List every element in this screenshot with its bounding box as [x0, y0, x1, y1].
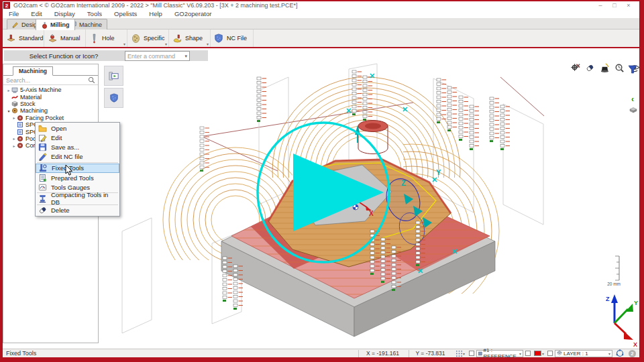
filter-funnel-icon[interactable]	[628, 65, 637, 77]
status-message: Fixed Tools	[3, 350, 36, 357]
tree-search-row: Search...	[3, 76, 98, 85]
svg-text:Z: Z	[606, 296, 610, 302]
panel-tab-machining[interactable]: Machining	[13, 66, 53, 76]
simulation-window-icon	[108, 70, 119, 82]
reference-combobox[interactable]: #1 : REFERENCE ▾	[476, 350, 523, 357]
simulation-panel-button[interactable]	[104, 66, 123, 86]
menu-item-edit[interactable]: Edit	[36, 133, 119, 142]
collapse-icon[interactable]: ▾	[6, 109, 11, 113]
manual-machining-icon	[48, 34, 58, 44]
chevron-down-icon: ▾	[463, 351, 465, 356]
spot-drill-icon	[17, 121, 23, 128]
ribbon-manual-button[interactable]: Manual	[44, 29, 86, 47]
search-icon[interactable]	[88, 76, 95, 84]
layer-checkbox[interactable]	[547, 351, 553, 356]
command-combobox[interactable]: Enter a command ▾	[125, 51, 190, 61]
pocket-operation-icon	[17, 135, 23, 142]
milling-cutter-icon	[41, 21, 48, 29]
window-border-right	[639, 0, 644, 362]
viewport-3d-scene[interactable]: Z Y Z Y X 20 mm Z Y	[98, 62, 639, 350]
command-placeholder: Enter a command	[127, 53, 175, 60]
menu-item-open[interactable]: Open	[36, 123, 119, 133]
machining-icon	[11, 107, 18, 114]
chevron-down-icon[interactable]: ▾	[165, 42, 167, 46]
expand-icon[interactable]: ▸	[11, 115, 17, 120]
menu-help[interactable]: Help	[143, 10, 168, 17]
menu-item-fixed-tools[interactable]: Fixed Tools	[36, 164, 119, 173]
assistant-button[interactable]: 2	[628, 350, 637, 357]
chevron-down-icon[interactable]: ▾	[123, 42, 125, 46]
minimize-button[interactable]: –	[596, 2, 604, 9]
ribbon-hole-button[interactable]: Hole ▾	[86, 29, 127, 47]
menu-opelists[interactable]: Opelists	[108, 10, 143, 17]
fixed-tools-icon	[39, 164, 48, 172]
grid-toggle-button[interactable]: ▾	[453, 350, 467, 357]
design-pencil-icon	[12, 21, 19, 28]
collapse-panel-icon[interactable]: ‹	[631, 95, 634, 104]
color-picker-button[interactable]: ▾	[533, 351, 545, 356]
ribbon-standard-button[interactable]: Standard	[3, 29, 44, 47]
menu-file[interactable]: File	[3, 10, 25, 17]
menu-tools[interactable]: Tools	[81, 10, 108, 17]
standard-machining-icon	[6, 34, 16, 44]
ribbon-nc-file-button[interactable]: NC File	[211, 29, 254, 47]
svg-text:Y: Y	[436, 168, 441, 176]
tree-item-facing-pocket[interactable]: ▸ Facing Pocket	[3, 115, 98, 121]
expand-icon[interactable]: ▸	[11, 136, 17, 141]
menu-item-tools-gauges[interactable]: Tools Gauges	[36, 182, 119, 192]
reference-checkbox[interactable]	[469, 351, 474, 356]
menu-edit[interactable]: Edit	[25, 10, 48, 17]
menu-go2operator[interactable]: GO2operator	[168, 10, 217, 17]
view-manager-button[interactable]	[614, 349, 626, 358]
color-checkbox[interactable]	[525, 351, 531, 356]
menu-item-edit-nc-file[interactable]: Edit NC file	[36, 152, 119, 162]
stock-view-icon[interactable]	[629, 104, 637, 116]
tree-item-5-axis-machine[interactable]: ▸ 5-Axis Machine	[3, 86, 98, 93]
tree-item-machining[interactable]: ▾ Machining	[3, 107, 98, 114]
nc-shield-icon	[109, 93, 119, 103]
spot-drill-icon	[17, 129, 23, 135]
tab-milling[interactable]: Milling	[36, 19, 75, 30]
mouse-cursor	[65, 165, 73, 176]
shape-machining-icon	[172, 34, 182, 44]
menu-display[interactable]: Display	[48, 10, 81, 17]
menu-item-delete[interactable]: Delete	[36, 206, 119, 215]
specific-cycle-icon	[131, 34, 141, 44]
ribbon-toolbar: Standard Manual Hole ▾ Specific ▾ Shape …	[3, 29, 639, 47]
delete-eraser-icon	[38, 206, 47, 215]
ribbon-shape-button[interactable]: Shape ▾	[169, 29, 211, 47]
svg-text:Y: Y	[634, 300, 638, 306]
tree-item-material[interactable]: Material	[3, 93, 98, 100]
window-title: GO2cam < © GO2cam International 2009 - 2…	[13, 2, 297, 9]
menu-item-prepared-tools[interactable]: Prepared Tools	[36, 173, 119, 182]
svg-text:X: X	[369, 210, 374, 217]
edit-pencil-icon	[38, 133, 47, 142]
prompt-row: Select Function or Icon? Enter a command…	[3, 48, 639, 62]
expand-icon[interactable]: ▸	[6, 88, 11, 93]
module-tab-strip: Design Milling Machine ↻ ↶ ↷	[3, 18, 639, 29]
menu-separator	[37, 162, 118, 163]
machine-icon	[11, 86, 18, 93]
menu-item-compacting-tools-in-db[interactable]: Compacting Tools in DB	[36, 194, 119, 203]
app-icon: 2	[3, 2, 10, 9]
panel-tab-row: Machining	[3, 66, 98, 76]
window-border-top	[0, 0, 644, 1]
pocket-operation-icon	[17, 115, 23, 121]
nc-file-shield-icon	[214, 34, 224, 44]
prompt-bar: Select Function or Icon? Enter a command…	[4, 50, 208, 61]
tree-item-stock[interactable]: Stock	[3, 101, 98, 107]
layer-combobox[interactable]: LAYER : 1 ▾	[555, 350, 612, 357]
chevron-down-icon[interactable]: ▾	[207, 42, 209, 46]
maximize-button[interactable]: □	[610, 2, 619, 9]
nc-check-button[interactable]	[104, 88, 123, 108]
prepared-tools-icon	[38, 174, 47, 182]
menu-item-save-as[interactable]: Save as...	[36, 142, 119, 152]
expand-icon[interactable]: ▸	[11, 143, 17, 148]
chevron-down-icon: ▾	[608, 351, 610, 356]
ribbon-specific-button[interactable]: Specific ▾	[127, 29, 169, 47]
close-button[interactable]: ×	[625, 2, 633, 9]
svg-text:20 mm: 20 mm	[607, 282, 621, 286]
chevron-down-icon: ▾	[542, 351, 544, 356]
view-axis-triad: Z Y X	[606, 294, 638, 348]
context-menu: Open Edit Save as... Edit NC file Fixed …	[35, 122, 120, 217]
